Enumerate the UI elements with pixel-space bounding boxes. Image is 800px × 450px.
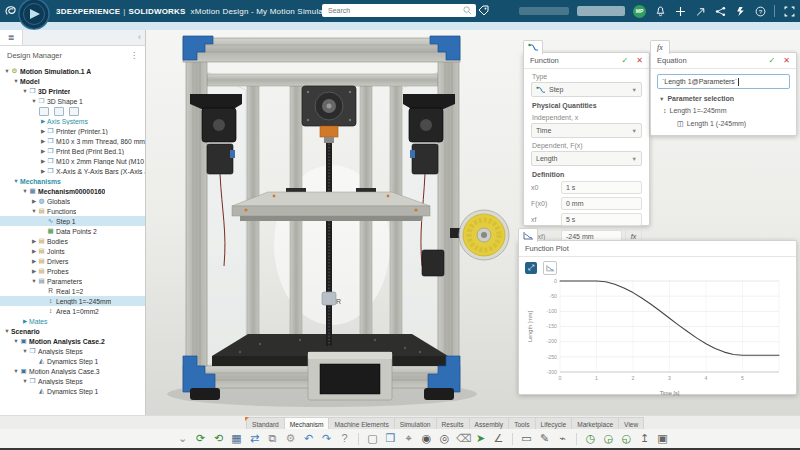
tree-row[interactable]: ◭Dynamics Step 1 <box>0 356 145 366</box>
frame-icon[interactable]: ▢ <box>366 433 379 444</box>
tree-row[interactable]: ▶▤Drivers <box>0 256 145 266</box>
expander-closed-icon[interactable]: ▶ <box>39 148 47 154</box>
expander-open-icon[interactable]: ▼ <box>30 278 38 284</box>
ok-check-icon[interactable]: ✓ <box>622 56 629 65</box>
view-eye-icon[interactable]: ◉ <box>420 433 433 444</box>
expander-open-icon[interactable]: ▼ <box>12 338 20 344</box>
tree-row[interactable]: RReal 1=2 <box>0 286 145 296</box>
kebab-menu-icon[interactable]: ⋮ <box>130 51 138 60</box>
expander-closed-icon[interactable]: ▶ <box>30 258 38 264</box>
cube-icon[interactable]: ❒ <box>384 433 397 444</box>
share-cursor-icon[interactable] <box>694 5 706 17</box>
parameter-item[interactable]: ◫Length 1 (-245mm) <box>651 117 796 130</box>
search-icon[interactable] <box>463 6 472 15</box>
parameter-item[interactable]: ↕Length 1=-245mm <box>651 104 796 117</box>
type-select[interactable]: Step ▼ <box>531 82 642 97</box>
expander-closed-icon[interactable]: ▶ <box>39 118 47 124</box>
select-cursor-icon[interactable]: ➤ <box>474 433 487 444</box>
expander-open-icon[interactable]: ▼ <box>21 348 29 354</box>
search-input[interactable] <box>326 6 463 15</box>
tree-row[interactable]: ▼Scenario <box>0 326 145 336</box>
tree-row-planes[interactable] <box>0 106 145 116</box>
plane-xy-icon[interactable] <box>39 107 49 116</box>
help-icon[interactable]: ? <box>338 433 351 444</box>
app-subtitle[interactable]: xMotion Design - My Motion Simulations <box>191 7 341 16</box>
expander-closed-icon[interactable]: ▶ <box>39 128 47 134</box>
help-icon[interactable]: ? <box>754 5 766 17</box>
tree-row[interactable]: ↕Length 1=-245mm <box>0 296 145 306</box>
ok-check-icon[interactable]: ✓ <box>769 56 776 65</box>
tree-row[interactable]: ▶❒Print Bed (Print Bed.1) <box>0 146 145 156</box>
tree-row[interactable]: ▶❒M10 x 2mm Flange Nut (M10 x 2mm... <box>0 156 145 166</box>
tree-row[interactable]: ▶❒X-Axis & Y-Axis Bars (X-Axis & Y-Axis.… <box>0 166 145 176</box>
insert-component-icon[interactable]: ⟳ <box>194 433 207 444</box>
plot-panel-tab[interactable] <box>518 228 538 242</box>
tree-row[interactable]: ▶Axis Systems <box>0 116 145 126</box>
expander-open-icon[interactable]: ▼ <box>21 378 29 384</box>
publish-icon[interactable]: ↥ <box>638 433 651 444</box>
expander-closed-icon[interactable]: ▶ <box>30 248 38 254</box>
save-icon[interactable]: ▦ <box>230 433 243 444</box>
tree-row[interactable]: ▼▣Motion Analysis Case.3 <box>0 366 145 376</box>
bell-icon[interactable] <box>654 5 666 17</box>
tree-row[interactable]: ▼▤Functions <box>0 206 145 216</box>
redo-icon[interactable]: ↷ <box>320 433 333 444</box>
tree-row[interactable]: ▼❒Analysis Steps <box>0 346 145 356</box>
expander-open-icon[interactable]: ▼ <box>3 328 11 334</box>
erase-icon[interactable]: ⌫ <box>456 433 469 444</box>
expander-closed-icon[interactable]: ▶ <box>39 138 47 144</box>
expander-closed-icon[interactable]: ▶ <box>30 268 38 274</box>
printer-model[interactable]: R <box>150 30 520 418</box>
tree-row[interactable]: ▼❒3D Shape 1 <box>0 96 145 106</box>
undo-icon[interactable]: ↶ <box>302 433 315 444</box>
tree-row[interactable]: ▼▦Mechanism00000160 <box>0 186 145 196</box>
fullscreen-icon[interactable] <box>783 5 795 17</box>
expander-open-icon[interactable]: ▼ <box>30 208 38 214</box>
equation-panel-tab[interactable]: fx <box>650 40 670 54</box>
3dexperience-compass-icon[interactable] <box>17 0 53 36</box>
expander-open-icon[interactable]: ▼ <box>3 68 11 74</box>
expand-plot-icon[interactable]: ⤢ <box>525 262 537 274</box>
robot-icon[interactable]: ⌁ <box>556 433 569 444</box>
field-value-input[interactable]: 5 s <box>561 213 642 226</box>
tree-row[interactable]: ▶▤Bodies <box>0 236 145 246</box>
briefcase-icon[interactable]: ▣ <box>656 433 669 444</box>
tree-row[interactable]: ◭Dynamics Step 1 <box>0 386 145 396</box>
history-play-icon[interactable]: ◷ <box>584 433 597 444</box>
tree-row[interactable]: ↕Area 1=0mm2 <box>0 306 145 316</box>
tree-row[interactable]: ▼❒Analysis Steps <box>0 376 145 386</box>
collapse-panel-icon[interactable]: ‹ <box>134 33 145 42</box>
tree-row[interactable]: ∿Step 1 <box>0 216 145 226</box>
annotate-icon[interactable]: ✎ <box>538 433 551 444</box>
measure-icon[interactable]: ∠ <box>492 433 505 444</box>
function-panel-tab[interactable] <box>523 40 543 54</box>
expander-closed-icon[interactable]: ▶ <box>39 158 47 164</box>
curve-settings-icon[interactable] <box>543 261 557 275</box>
history-back-icon[interactable]: ◶ <box>602 433 615 444</box>
expand-more-icon[interactable]: ⌄ <box>176 433 189 444</box>
tree-row[interactable]: ▶▤Joints <box>0 246 145 256</box>
expander-open-icon[interactable]: ▼ <box>12 368 20 374</box>
expander-closed-icon[interactable]: ▶ <box>21 318 29 324</box>
tree-row[interactable]: ▼▤Parameters <box>0 276 145 286</box>
parameter-selection-section[interactable]: ▼ Parameter selection <box>651 91 796 104</box>
history-forward-icon[interactable]: ◵ <box>620 433 633 444</box>
expander-open-icon[interactable]: ▼ <box>21 188 29 194</box>
plane-yz-icon[interactable] <box>54 107 64 116</box>
cancel-x-icon[interactable]: ✕ <box>636 56 643 65</box>
collaborate-icon[interactable]: ◎ <box>438 433 451 444</box>
search-bar[interactable] <box>322 4 476 17</box>
share-icon[interactable] <box>714 5 726 17</box>
flash-icon[interactable] <box>734 5 746 17</box>
walk-icon[interactable]: ⌖ <box>402 433 415 444</box>
tag-icon[interactable] <box>476 4 490 17</box>
tree-row[interactable]: ▶◍Globals <box>0 196 145 206</box>
field-value-input[interactable]: 0 mm <box>561 197 642 210</box>
cancel-x-icon[interactable]: ✕ <box>783 56 790 65</box>
expander-open-icon[interactable]: ▼ <box>12 78 20 84</box>
tree-row[interactable]: ▶❒M10 x 3 mm Thread, 860 mm Lang,... <box>0 136 145 146</box>
settings-gear-icon[interactable]: ⚙ <box>284 433 297 444</box>
expander-closed-icon[interactable]: ▶ <box>30 238 38 244</box>
tree-row[interactable]: ▶▤Probes <box>0 266 145 276</box>
dependent-select[interactable]: Length ▼ <box>531 151 642 166</box>
